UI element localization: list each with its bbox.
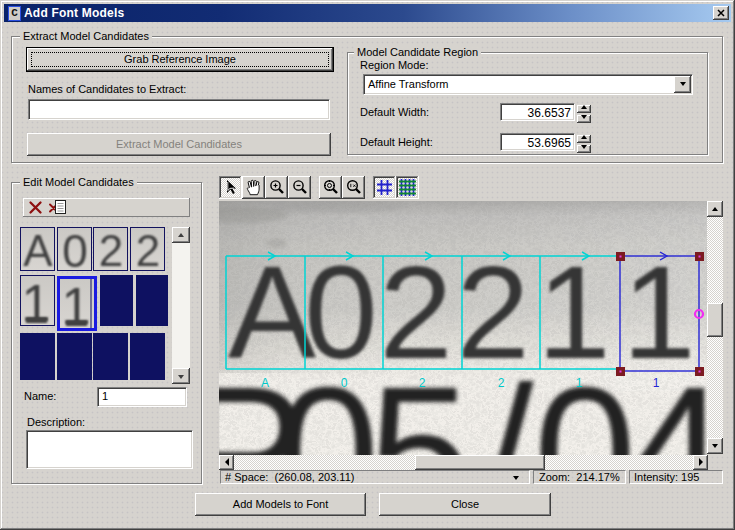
svg-text:/: / <box>482 349 534 455</box>
svg-text:1: 1 <box>62 279 91 328</box>
svg-text:1: 1 <box>653 376 660 390</box>
svg-text:1: 1 <box>22 276 51 325</box>
svg-text:4: 4 <box>625 349 707 455</box>
svg-text:0: 0 <box>62 228 88 270</box>
svg-text:0: 0 <box>341 376 348 390</box>
svg-text:1: 1 <box>576 376 583 390</box>
svg-text:2: 2 <box>419 376 426 390</box>
svg-text:2: 2 <box>136 228 160 270</box>
svg-text:A: A <box>261 376 269 390</box>
svg-text:A: A <box>23 228 53 270</box>
svg-text:5: 5 <box>369 349 472 455</box>
svg-text:2: 2 <box>498 376 505 390</box>
svg-text:2: 2 <box>99 228 123 270</box>
svg-text:0: 0 <box>277 349 380 455</box>
svg-text:0: 0 <box>534 349 637 455</box>
